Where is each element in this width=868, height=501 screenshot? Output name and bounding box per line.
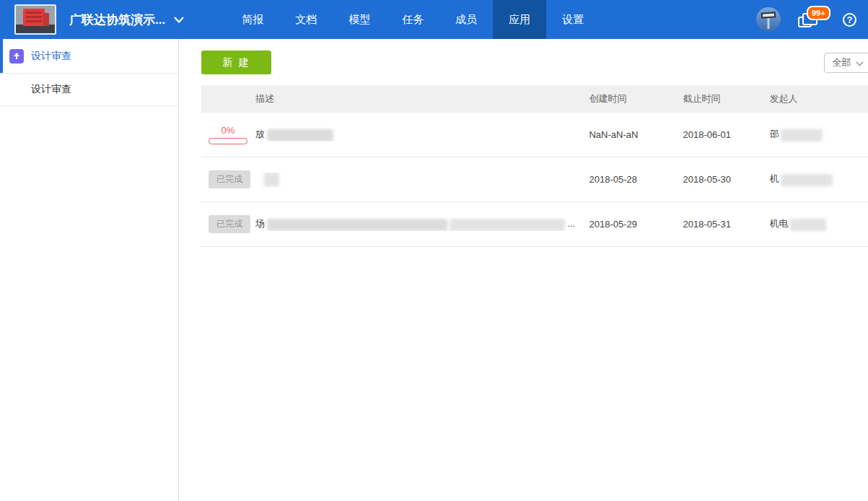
topbar-right-controls: 99+ ? <box>756 0 868 39</box>
ellipsis: ... <box>568 218 576 229</box>
row-description: 放 <box>255 128 578 141</box>
table-row[interactable]: 已完成 2018-05-28 2018-05-30 机 <box>201 157 868 202</box>
redacted-text-block <box>781 129 823 141</box>
row-created-time: NaN-aN-aN <box>578 129 672 140</box>
table-row[interactable]: 0% 放 NaN-aN-aN 2018-06-01 邵 <box>201 113 868 157</box>
sidebar-item-design-review-app[interactable]: 设计审查 <box>0 39 178 74</box>
row-deadline: 2018-05-31 <box>672 219 758 230</box>
row-created-time: 2018-05-29 <box>578 219 672 230</box>
main-content: 新 建 全部 描述 创建时间 截止时间 发起人 0% <box>179 39 868 501</box>
row-deadline: 2018-05-30 <box>672 174 758 185</box>
redacted-text-block <box>450 219 565 231</box>
progress-indicator: 0% <box>209 125 247 144</box>
redacted-text-block <box>267 129 333 141</box>
row-status: 0% <box>201 125 255 144</box>
design-review-app-icon <box>9 49 24 64</box>
row-initiator: 机 <box>758 173 868 186</box>
row-initiator: 机电 <box>758 217 868 230</box>
progress-bar <box>209 138 247 144</box>
sidebar-item-label: 设计审查 <box>31 83 71 96</box>
row-description <box>255 173 578 187</box>
row-initiator: 邵 <box>758 128 868 141</box>
header-initiator: 发起人 <box>758 92 868 105</box>
new-button[interactable]: 新 建 <box>201 51 271 74</box>
redacted-text-block <box>781 174 833 186</box>
status-badge: 已完成 <box>209 215 250 233</box>
tab-settings[interactable]: 设置 <box>546 0 600 39</box>
table-header: 描述 创建时间 截止时间 发起人 <box>201 85 868 113</box>
tab-apps[interactable]: 应用 <box>493 0 546 39</box>
tab-models[interactable]: 模型 <box>333 0 386 39</box>
chevron-down-icon <box>856 58 864 69</box>
row-status: 已完成 <box>201 215 255 233</box>
filter-label: 全部 <box>832 56 851 69</box>
row-status: 已完成 <box>201 170 255 188</box>
building-photo <box>16 6 55 33</box>
active-indicator-bar <box>0 39 3 73</box>
project-title[interactable]: 广联达协筑演示... <box>69 12 165 28</box>
redacted-text-block <box>264 173 279 187</box>
progress-percent: 0% <box>209 125 247 136</box>
tab-tasks[interactable]: 任务 <box>386 0 439 39</box>
header-description: 描述 <box>255 92 578 105</box>
project-logo[interactable] <box>14 4 56 35</box>
row-deadline: 2018-06-01 <box>672 129 758 140</box>
redacted-text-block <box>790 219 826 231</box>
toolbar: 新 建 全部 <box>201 51 868 74</box>
tab-members[interactable]: 成员 <box>439 0 493 39</box>
sidebar: 设计审查 设计审查 <box>0 39 179 501</box>
sidebar-item-label: 设计审查 <box>31 50 71 63</box>
row-description: 场 ... <box>255 217 578 230</box>
project-switch-chevron-icon[interactable] <box>174 13 184 26</box>
status-badge: 已完成 <box>209 170 250 188</box>
table-row[interactable]: 已完成 场 ... 2018-05-29 2018-05-31 机电 <box>201 202 868 247</box>
top-navigation-bar: 广联达协筑演示... 简报 文档 模型 任务 成员 应用 设置 99+ <box>0 0 868 39</box>
row-created-time: 2018-05-28 <box>578 174 672 185</box>
filter-dropdown[interactable]: 全部 <box>824 53 868 73</box>
tab-documents[interactable]: 文档 <box>279 0 333 39</box>
help-icon[interactable]: ? <box>843 13 856 27</box>
notifications-button[interactable]: 99+ <box>798 10 827 29</box>
header-created-time: 创建时间 <box>578 92 672 105</box>
header-deadline: 截止时间 <box>672 92 758 105</box>
sidebar-item-design-review[interactable]: 设计审查 <box>0 74 178 106</box>
page-body: 设计审查 设计审查 新 建 全部 描述 创建时间 截止时间 发起人 <box>0 39 868 501</box>
main-nav: 简报 文档 模型 任务 成员 应用 设置 <box>226 0 600 39</box>
tab-briefing[interactable]: 简报 <box>226 0 279 39</box>
notification-count-badge: 99+ <box>807 6 830 20</box>
indicator-bar <box>0 74 3 105</box>
user-avatar[interactable] <box>756 7 781 32</box>
redacted-text-block <box>267 219 447 231</box>
